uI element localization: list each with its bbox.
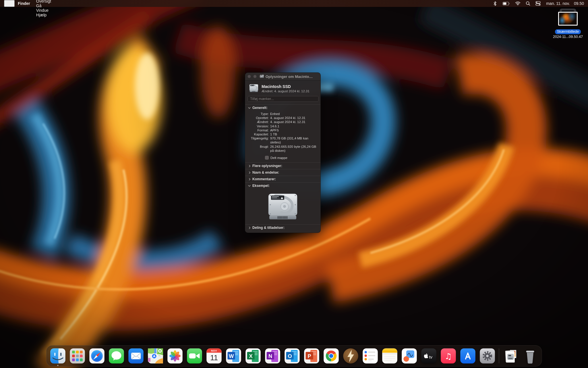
dock-notes-icon[interactable] xyxy=(382,348,398,364)
clock-date: man. 11. nov. xyxy=(546,1,570,6)
window-title: Oplysninger om Macinto… xyxy=(266,74,313,79)
dock-launchpad-icon[interactable] xyxy=(69,348,86,364)
section-sharing[interactable]: Deling & tilladelser: xyxy=(245,225,320,231)
dock-powerpoint-icon[interactable]: P xyxy=(304,348,320,364)
menu-item-g-[interactable]: Gå xyxy=(33,3,45,8)
disk-preview-image xyxy=(266,190,300,223)
section-general[interactable]: Generelt: xyxy=(245,105,320,111)
spotlight-icon[interactable] xyxy=(523,0,533,7)
info-value-version-: 14.6.1 xyxy=(270,124,317,128)
chevron-right-icon xyxy=(248,178,251,181)
window-titlebar[interactable]: Oplysninger om Macinto… xyxy=(245,73,320,80)
svg-text:NOV: NOV xyxy=(211,349,217,352)
dock-calendar-icon[interactable]: NOV 11 xyxy=(206,348,222,364)
clock-time: 09.50 xyxy=(574,1,584,6)
dock-lightning-app-icon[interactable] xyxy=(343,348,359,364)
dock-photos-icon[interactable] xyxy=(167,348,183,364)
shared-folder-label: Delt mappe xyxy=(270,156,287,160)
dock-music-icon[interactable]: ♫ xyxy=(440,348,457,364)
chevron-down-icon xyxy=(248,184,251,187)
window-proxy-disk-icon xyxy=(260,74,264,79)
svg-text:tv: tv xyxy=(429,355,432,359)
preview-header: Eksempel: xyxy=(252,184,270,188)
tags-input[interactable] xyxy=(247,96,319,102)
dock-chrome-icon[interactable] xyxy=(323,348,339,364)
info-label-format-: Format: xyxy=(245,128,269,132)
dock-finder-icon[interactable] xyxy=(50,348,66,364)
dock-appstore-icon[interactable] xyxy=(460,348,476,364)
info-value-tilg-ngelig-: 970,78 GB (331,4 MB kan slettes) xyxy=(270,136,317,144)
info-label--ndret-: Ændret: xyxy=(245,120,269,124)
section-preview[interactable]: Eksempel: xyxy=(245,183,320,189)
menu-bar: Finder ArkivRedigerOversigtGåVindueHjælp xyxy=(0,0,588,7)
dock-reminders-icon[interactable] xyxy=(362,348,378,364)
wifi-icon[interactable] xyxy=(512,0,523,7)
desktop-icon-name: Skærmbillede xyxy=(555,29,581,34)
info-value-kapacitet-: 1 TB xyxy=(270,132,317,136)
dock-divider xyxy=(499,348,499,363)
svg-text:X: X xyxy=(249,353,253,359)
dock-word-icon[interactable]: W xyxy=(226,348,242,364)
menu-item-hj-lp[interactable]: Hjælp xyxy=(33,13,50,17)
chevron-right-icon xyxy=(248,171,251,174)
info-value--ndret-: 4. august 2024 kl. 12.31 xyxy=(270,120,317,124)
dock-outlook-icon[interactable]: O xyxy=(284,348,300,364)
chevron-right-icon xyxy=(248,164,251,167)
menu-clock[interactable]: man. 11. nov. 09.50 xyxy=(543,1,584,6)
dock-trash-icon[interactable] xyxy=(522,348,538,364)
info-value-format-: APFS xyxy=(270,128,317,132)
menu-item-vindue[interactable]: Vindue xyxy=(33,8,51,13)
dock-freeform-icon[interactable] xyxy=(401,348,417,364)
desktop: Finder ArkivRedigerOversigtGåVindueHjælp xyxy=(0,0,588,368)
close-button[interactable] xyxy=(247,75,251,78)
dock-settings-icon[interactable] xyxy=(479,348,496,364)
dock-downloads-stack-icon[interactable] xyxy=(503,348,519,364)
control-center-icon[interactable] xyxy=(533,0,543,7)
battery-icon[interactable] xyxy=(500,0,512,7)
svg-text:11: 11 xyxy=(210,353,218,362)
shared-folder-checkbox[interactable] xyxy=(265,156,269,160)
get-info-window: Oplysninger om Macinto… Macintosh SSD Æn… xyxy=(245,72,321,233)
svg-text:W: W xyxy=(229,353,234,359)
info-label-type-: Type: xyxy=(245,112,269,116)
dock-appletv-icon[interactable]: tv xyxy=(421,348,437,364)
menu-item-active-app[interactable]: Finder xyxy=(15,0,33,7)
chevron-right-icon xyxy=(248,226,251,229)
dock-mail-icon[interactable] xyxy=(128,348,144,364)
section-navn-endelse-[interactable]: Navn & endelse: xyxy=(245,169,320,176)
minimize-button[interactable] xyxy=(253,75,257,78)
general-header: Generelt: xyxy=(252,106,268,110)
info-label-version-: Version: xyxy=(245,124,269,128)
info-label-brugt-: Brugt: xyxy=(245,145,269,153)
desktop-icon-date: 2024-11...09.50.47 xyxy=(547,35,588,39)
dock-excel-icon[interactable]: X xyxy=(245,348,261,364)
info-value-oprettet-: 4. august 2024 kl. 12.31 xyxy=(270,116,317,120)
svg-text:O: O xyxy=(288,353,292,359)
file-name: Macintosh SSD xyxy=(262,84,310,89)
section-flere-oplysninger-[interactable]: Flere oplysninger: xyxy=(245,163,320,169)
dock-onenote-icon[interactable]: N xyxy=(265,348,281,364)
bluetooth-icon[interactable] xyxy=(490,0,500,7)
screenshot-preview-image xyxy=(559,13,577,25)
dock-messages-icon[interactable] xyxy=(109,348,125,364)
dock: NOV 11 W X N O P tv ♫ xyxy=(46,345,542,367)
dock-facetime-icon[interactable] xyxy=(187,348,203,364)
screenshot-thumbnail xyxy=(558,9,578,28)
apple-logo-icon xyxy=(6,1,11,6)
dock-safari-icon[interactable] xyxy=(89,348,105,364)
dock-maps-icon[interactable] xyxy=(148,348,164,364)
general-info-rows: Type: EnhedOprettet: 4. august 2024 kl. … xyxy=(245,111,320,153)
info-label-tilg-ngelig-: Tilgængelig: xyxy=(245,136,269,144)
info-label-oprettet-: Oprettet: xyxy=(245,116,269,120)
menu-item-oversigt[interactable]: Oversigt xyxy=(33,0,54,3)
svg-text:♫: ♫ xyxy=(445,352,452,361)
desktop-screenshot-icon[interactable]: Skærmbillede 2024-11...09.50.47 xyxy=(547,9,588,39)
sharing-header: Deling & tilladelser: xyxy=(252,226,285,230)
chevron-down-icon xyxy=(248,106,251,109)
info-value-type-: Enhed xyxy=(270,112,317,116)
info-label-kapacitet-: Kapacitet: xyxy=(245,132,269,136)
disk-mini-icon xyxy=(249,83,259,94)
section-kommentarer-[interactable]: Kommentarer: xyxy=(245,176,320,182)
info-value-brugt-: 26.243.665.920 byte (26,24 GB på disken) xyxy=(270,145,317,153)
apple-menu[interactable] xyxy=(4,0,15,7)
